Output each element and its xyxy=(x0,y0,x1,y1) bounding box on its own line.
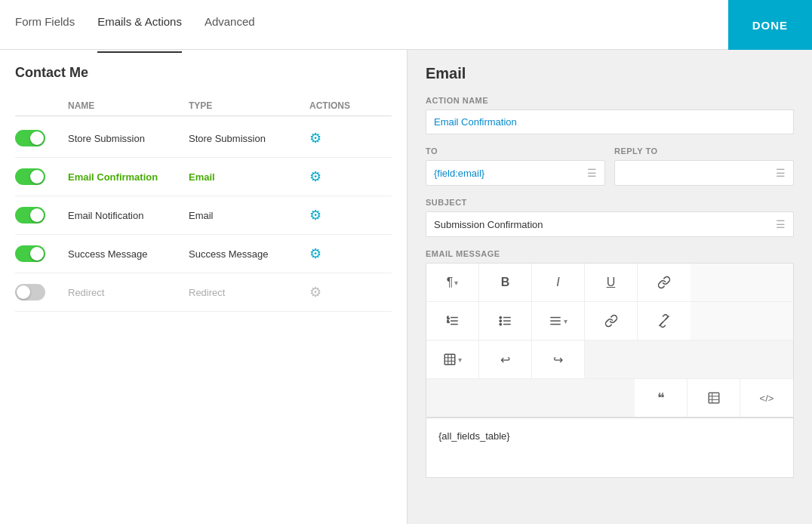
settings-icon-redirect[interactable]: ⚙ xyxy=(309,284,321,301)
row-actions-success-message: ⚙ xyxy=(309,245,370,262)
table-row: Success Message Success Message ⚙ xyxy=(15,235,392,273)
toggle-email-confirmation[interactable] xyxy=(15,168,45,185)
toolbar-spacer2 xyxy=(426,379,635,417)
done-button[interactable]: DONE xyxy=(728,0,812,50)
settings-icon-email-confirmation[interactable]: ⚙ xyxy=(309,168,321,185)
row-type-email-confirmation: Email xyxy=(189,171,309,183)
row-name-email-confirmation: Email Confirmation xyxy=(68,171,189,183)
table-row: Email Notification Email ⚙ xyxy=(15,196,392,235)
toolbar-unlink[interactable] xyxy=(638,302,691,340)
email-panel-title: Email xyxy=(426,65,794,82)
settings-icon-email-notification[interactable]: ⚙ xyxy=(309,207,321,223)
col-actions: ACTIONS xyxy=(309,100,370,111)
section-title: Contact Me xyxy=(15,65,392,81)
toolbar-table2[interactable] xyxy=(687,379,740,417)
toolbar-code[interactable]: </> xyxy=(740,379,793,417)
email-message-group: EMAIL MESSAGE ¶ B I U 1.2. xyxy=(426,249,794,478)
action-name-label: ACTION NAME xyxy=(426,96,794,105)
toolbar-row-1: ¶ B I U xyxy=(426,264,793,302)
email-editor[interactable]: {all_fields_table} xyxy=(426,418,794,478)
toolbar-spacer xyxy=(585,341,793,378)
toggle-redirect[interactable] xyxy=(15,284,45,301)
toolbar-row-bottom: ❝ </> xyxy=(426,379,793,417)
row-name-success-message: Success Message xyxy=(68,248,189,260)
reply-to-label: REPLY TO xyxy=(614,146,794,156)
row-type-success-message: Success Message xyxy=(189,248,309,260)
right-panel: Email ACTION NAME Email Confirmation TO … xyxy=(408,50,812,524)
top-bar: Form Fields Emails & Actions Advanced DO… xyxy=(0,0,812,50)
row-type-email-notification: Email xyxy=(189,210,309,221)
subject-label: SUBJECT xyxy=(426,198,794,207)
toolbar-link2[interactable] xyxy=(585,302,638,340)
toggle-store-submission[interactable] xyxy=(15,130,45,146)
toolbar-paragraph[interactable]: ¶ xyxy=(426,264,479,301)
toolbar-redo[interactable]: ↪ xyxy=(532,341,585,378)
left-panel: Contact Me NAME TYPE ACTIONS Store Submi… xyxy=(0,50,408,524)
toolbar-undo[interactable]: ↩ xyxy=(479,341,532,378)
reply-to-field[interactable]: ☰ xyxy=(614,160,794,186)
col-type: TYPE xyxy=(189,100,309,111)
table-header: NAME TYPE ACTIONS xyxy=(15,96,392,116)
toolbar-ordered-list[interactable]: 1.2. xyxy=(426,302,479,340)
toolbar-italic[interactable]: I xyxy=(532,264,585,301)
row-actions-email-confirmation: ⚙ xyxy=(309,168,370,185)
row-name-store-submission: Store Submission xyxy=(68,133,189,144)
svg-point-8 xyxy=(500,316,501,318)
toolbar-underline[interactable]: U xyxy=(585,264,638,301)
toolbar-unordered-list[interactable] xyxy=(479,302,532,340)
toolbar-row-2: 1.2. xyxy=(426,302,793,341)
to-field[interactable]: {field:email} ☰ xyxy=(426,160,605,186)
tab-form-fields[interactable]: Form Fields xyxy=(15,0,75,53)
toolbar-link1[interactable] xyxy=(638,264,691,301)
svg-rect-15 xyxy=(444,354,455,365)
svg-text:1.: 1. xyxy=(447,316,449,319)
toolbar-align[interactable] xyxy=(532,302,585,340)
toolbar-bold[interactable]: B xyxy=(479,264,532,301)
table-row: Redirect Redirect ⚙ xyxy=(15,273,392,312)
subject-field-icon[interactable]: ☰ xyxy=(776,218,786,230)
toolbar-quote[interactable]: ❝ xyxy=(635,379,687,417)
to-value: {field:email} xyxy=(434,168,583,179)
settings-icon-store-submission[interactable]: ⚙ xyxy=(309,130,321,146)
subject-field[interactable]: Submission Confirmation ☰ xyxy=(426,211,794,237)
toolbar-table[interactable] xyxy=(426,341,479,378)
row-actions-email-notification: ⚙ xyxy=(309,207,370,223)
subject-value: Submission Confirmation xyxy=(434,219,771,230)
col-name: NAME xyxy=(68,100,189,111)
to-label: TO xyxy=(426,146,605,156)
svg-point-10 xyxy=(500,323,501,325)
row-actions-store-submission: ⚙ xyxy=(309,130,370,146)
email-message-toolbar: ¶ B I U 1.2. xyxy=(426,263,794,418)
toolbar-row-3: ↩ ↪ xyxy=(426,341,793,379)
row-name-email-notification: Email Notification xyxy=(68,210,189,221)
svg-point-9 xyxy=(500,320,501,322)
email-message-label: EMAIL MESSAGE xyxy=(426,249,794,258)
action-name-field[interactable]: Email Confirmation xyxy=(426,109,794,134)
table-row: Email Confirmation Email ⚙ xyxy=(15,158,392,196)
settings-icon-success-message[interactable]: ⚙ xyxy=(309,245,321,262)
reply-to-field-icon[interactable]: ☰ xyxy=(776,167,786,179)
toggle-success-message[interactable] xyxy=(15,245,45,262)
row-type-store-submission: Store Submission xyxy=(189,133,309,144)
row-type-redirect: Redirect xyxy=(189,287,309,298)
tab-advanced[interactable]: Advanced xyxy=(205,0,255,53)
toggle-email-notification[interactable] xyxy=(15,207,45,223)
top-tabs: Form Fields Emails & Actions Advanced xyxy=(15,0,255,53)
to-group: TO {field:email} ☰ xyxy=(426,146,605,186)
main-content: Contact Me NAME TYPE ACTIONS Store Submi… xyxy=(0,50,812,524)
row-name-redirect: Redirect xyxy=(68,287,189,298)
reply-to-group: REPLY TO ☰ xyxy=(614,146,794,186)
table-row: Store Submission Store Submission ⚙ xyxy=(15,119,392,158)
to-field-icon[interactable]: ☰ xyxy=(587,167,597,179)
tab-emails-actions[interactable]: Emails & Actions xyxy=(97,0,182,53)
col-toggle xyxy=(15,100,68,111)
row-actions-redirect: ⚙ xyxy=(309,284,370,301)
action-name-value: Email Confirmation xyxy=(434,116,786,128)
action-name-group: ACTION NAME Email Confirmation xyxy=(426,96,794,134)
svg-text:2.: 2. xyxy=(447,320,449,323)
to-reply-row: TO {field:email} ☰ REPLY TO ☰ xyxy=(426,146,794,198)
svg-rect-20 xyxy=(709,393,719,403)
subject-group: SUBJECT Submission Confirmation ☰ xyxy=(426,198,794,237)
